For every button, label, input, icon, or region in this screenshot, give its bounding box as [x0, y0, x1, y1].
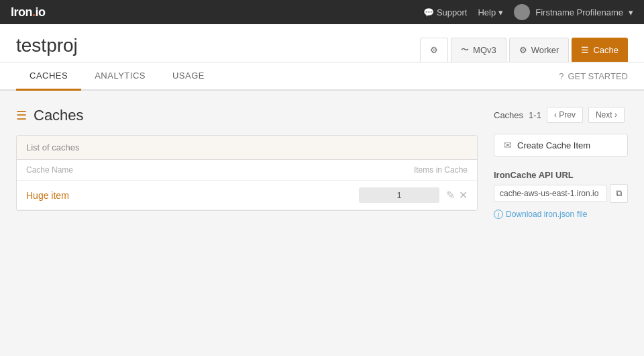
create-cache-item-button[interactable]: ✉ Create Cache Item: [494, 134, 628, 157]
pagination-range: 1-1: [529, 110, 541, 120]
mq-icon: 〜: [461, 44, 469, 56]
tab-analytics[interactable]: ANALYTICS: [81, 62, 159, 91]
left-panel: ☰ Caches List of caches Cache Name Items…: [16, 107, 478, 211]
pagination: Caches 1-1 ‹ Prev Next ›: [494, 107, 628, 123]
chevron-down-icon: ▾: [498, 7, 503, 17]
chevron-down-icon: ▾: [629, 7, 633, 17]
api-label: IronCache API URL: [494, 170, 628, 180]
cache-actions: ✎ ✕: [446, 189, 468, 202]
project-section: testproj: [16, 35, 78, 62]
page-tabs: CACHES ANALYTICS USAGE: [16, 62, 218, 89]
main-content: ☰ Caches List of caches Cache Name Items…: [0, 91, 644, 235]
user-name: Firstname Profilename: [535, 7, 623, 17]
col-cache-name: Cache Name: [26, 165, 73, 175]
tab-worker[interactable]: ⚙ Worker: [509, 38, 570, 62]
caches-header-icon: ☰: [16, 108, 27, 123]
logo-text: Iron.io: [11, 5, 46, 19]
create-cache-label: Create Cache Item: [517, 140, 590, 150]
service-tabs: ⚙ 〜 MQv3 ⚙ Worker ☰ Cache: [420, 38, 628, 62]
cache-list-container: List of caches Cache Name Items in Cache…: [16, 135, 478, 211]
tab-tools[interactable]: ⚙: [420, 38, 448, 62]
support-label: Support: [437, 7, 468, 17]
download-suffix: file: [577, 210, 587, 219]
tab-usage[interactable]: USAGE: [159, 62, 218, 91]
cache-name-link[interactable]: Huge item: [26, 190, 359, 201]
cache-count: 1: [359, 187, 439, 203]
api-section: IronCache API URL ⧉ i Download iron.json…: [494, 170, 628, 219]
cache-icon: ☰: [581, 45, 589, 55]
get-started-label: GET STARTED: [568, 71, 628, 81]
help-link[interactable]: Help ▾: [478, 7, 503, 17]
tab-cache[interactable]: ☰ Cache: [572, 38, 628, 62]
tab-caches[interactable]: CACHES: [16, 62, 81, 91]
edit-cache-button[interactable]: ✎: [446, 189, 455, 202]
project-title: testproj: [16, 35, 78, 56]
tools-icon: ⚙: [430, 45, 438, 55]
page-nav: CACHES ANALYTICS USAGE ? GET STARTED: [0, 62, 644, 91]
support-link[interactable]: 💬 Support: [423, 7, 468, 17]
right-panel: Caches 1-1 ‹ Prev Next › ✉ Create Cache …: [494, 107, 628, 219]
sub-header: testproj ⚙ 〜 MQv3 ⚙ Worker ☰ Cache: [0, 24, 644, 62]
cache-list-cols: Cache Name Items in Cache: [17, 160, 477, 181]
next-button[interactable]: Next ›: [588, 107, 625, 123]
col-items-in-cache: Items in Cache: [414, 165, 468, 175]
get-started-link[interactable]: ? GET STARTED: [559, 71, 628, 81]
table-row: Huge item 1 ✎ ✕: [17, 181, 477, 210]
download-label: Download iron.json: [506, 210, 574, 219]
cache-list-header: List of caches: [17, 136, 477, 160]
top-nav-right: 💬 Support Help ▾ Firstname Profilename ▾: [423, 4, 633, 20]
caches-header: ☰ Caches: [16, 107, 478, 124]
worker-label: Worker: [531, 45, 559, 55]
cache-label: Cache: [593, 45, 619, 55]
top-nav: Iron.io 💬 Support Help ▾ Firstname Profi…: [0, 0, 644, 24]
help-label: Help: [478, 7, 496, 17]
worker-icon: ⚙: [519, 45, 527, 55]
pagination-label: Caches: [494, 110, 523, 120]
info-icon: i: [494, 210, 503, 219]
delete-cache-button[interactable]: ✕: [459, 189, 468, 202]
logo: Iron.io: [11, 5, 46, 19]
support-icon: 💬: [423, 7, 434, 17]
mq-label: MQv3: [473, 45, 496, 55]
caches-title: Caches: [34, 107, 84, 124]
copy-icon: ⧉: [616, 188, 622, 198]
api-url-row: ⧉: [494, 184, 628, 203]
avatar: [514, 4, 530, 20]
tab-mq[interactable]: 〜 MQv3: [451, 38, 506, 62]
download-iron-json-link[interactable]: i Download iron.json file: [494, 210, 628, 219]
copy-url-button[interactable]: ⧉: [610, 184, 628, 203]
prev-button[interactable]: ‹ Prev: [547, 107, 583, 123]
api-url-input[interactable]: [494, 185, 607, 202]
create-cache-icon: ✉: [504, 140, 512, 150]
user-menu[interactable]: Firstname Profilename ▾: [514, 4, 633, 20]
question-icon: ?: [559, 71, 564, 81]
